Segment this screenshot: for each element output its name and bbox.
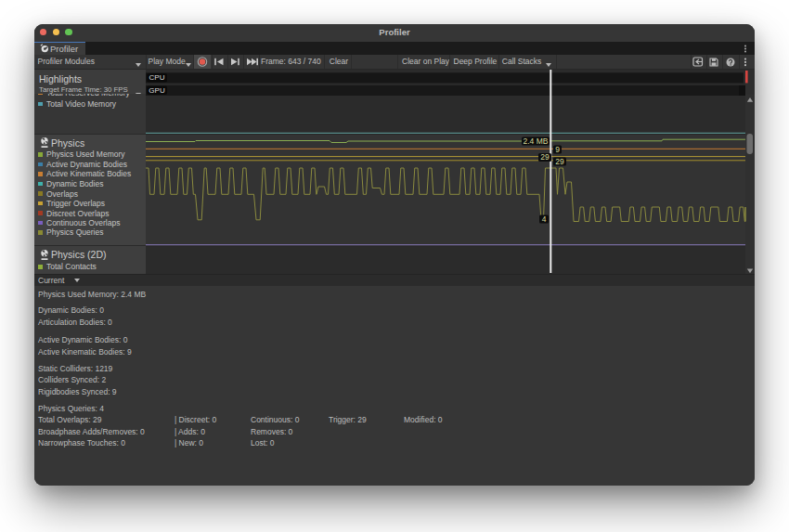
svg-text:9: 9 xyxy=(555,145,560,154)
svg-text:4: 4 xyxy=(542,214,547,224)
svg-text:CPU: CPU xyxy=(149,73,165,82)
svg-text:2.4 MB: 2.4 MB xyxy=(524,136,549,146)
svg-text:GPU: GPU xyxy=(149,86,165,95)
svg-text:29: 29 xyxy=(540,152,550,162)
svg-text:29: 29 xyxy=(555,157,564,166)
